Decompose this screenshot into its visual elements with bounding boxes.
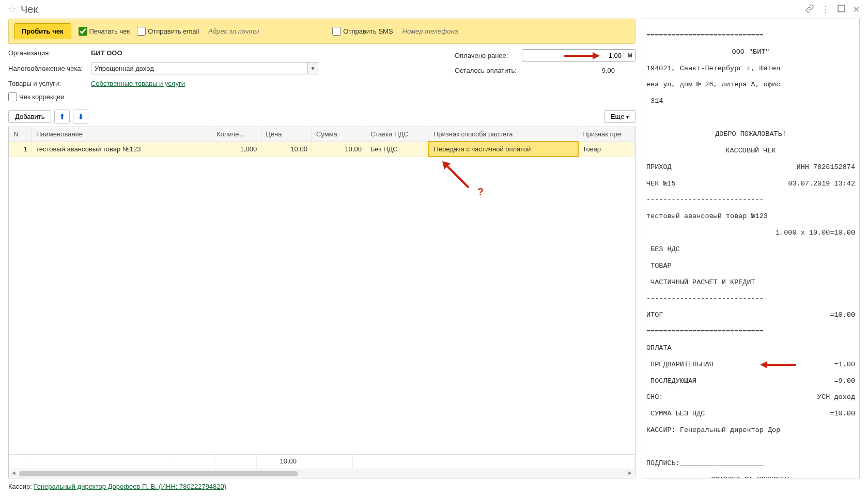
- col-calc-sign[interactable]: Признак способа расчета: [429, 127, 578, 142]
- calculator-icon[interactable]: 🖩: [625, 50, 635, 61]
- move-up-icon[interactable]: ⬆: [54, 110, 70, 123]
- scroll-left-icon[interactable]: ◄: [11, 470, 17, 476]
- table-row[interactable]: 1 тестовый авансовый товар №123 1,000 10…: [9, 142, 635, 157]
- print-check-label: Печатать чек: [89, 27, 130, 35]
- receipt-preview: ============================ ООО "БИТ" 1…: [642, 19, 860, 478]
- tax-select[interactable]: Упрощенная доход: [91, 62, 308, 74]
- col-subj-sign[interactable]: Признак пре: [578, 127, 635, 142]
- send-email-checkbox-wrap[interactable]: Отправить email: [137, 27, 199, 36]
- col-sum[interactable]: Сумма: [312, 127, 366, 142]
- svg-marker-6: [760, 361, 767, 368]
- titlebar: ☆ Чек ⋮ ✕: [0, 0, 868, 19]
- org-value: БИТ ООО: [91, 49, 122, 57]
- send-sms-checkbox-wrap[interactable]: Отправить SMS: [332, 27, 393, 36]
- svg-line-3: [446, 165, 469, 188]
- move-down-icon[interactable]: ⬇: [73, 110, 88, 123]
- correction-checkbox-wrap[interactable]: Чек коррекции: [8, 92, 65, 101]
- footer: Кассир: Генеральный директор Дорофеев П.…: [0, 478, 868, 494]
- favorite-star-icon[interactable]: ☆: [8, 4, 17, 15]
- annotation-arrow-icon: [564, 51, 600, 61]
- goods-label: Товары и услуги:: [8, 80, 91, 87]
- kebab-menu-icon[interactable]: ⋮: [822, 5, 830, 14]
- svg-marker-2: [593, 52, 600, 59]
- table-footer: 10,00: [9, 454, 635, 469]
- items-table: N Наименование Количе... Цена Сумма Став…: [8, 127, 636, 478]
- scroll-right-icon[interactable]: ►: [627, 470, 633, 476]
- tax-select-dropdown-icon[interactable]: ▼: [308, 62, 318, 74]
- remains-value: 9,00: [522, 67, 625, 74]
- send-email-label: Отправить email: [148, 27, 199, 35]
- col-vat[interactable]: Ставка НДС: [366, 127, 429, 142]
- action-bar: Пробить чек Печатать чек Отправить email…: [8, 19, 636, 44]
- left-pane: Пробить чек Печатать чек Отправить email…: [8, 19, 636, 478]
- phone-field: [400, 25, 519, 37]
- more-button[interactable]: Еще ▾: [604, 110, 636, 123]
- cell-n[interactable]: 1: [9, 142, 32, 157]
- cell-sum[interactable]: 10,00: [312, 142, 366, 157]
- chevron-down-icon: ▾: [626, 114, 629, 120]
- svg-rect-0: [838, 5, 845, 12]
- cell-name[interactable]: тестовый авансовый товар №123: [32, 142, 212, 157]
- col-n[interactable]: N: [9, 127, 32, 142]
- cashier-label: Кассир:: [8, 483, 32, 490]
- svg-marker-4: [442, 161, 451, 169]
- link-icon[interactable]: [805, 4, 814, 15]
- horizontal-scrollbar[interactable]: ◄ ►: [9, 469, 635, 478]
- cell-qty[interactable]: 1,000: [212, 142, 261, 157]
- cashier-link[interactable]: Генеральный директор Дорофеев П. В. (ИНН…: [34, 483, 227, 490]
- cell-calc-sign[interactable]: Передача с частичной оплатой: [429, 142, 578, 157]
- send-email-checkbox[interactable]: [137, 27, 146, 36]
- scrollbar-thumb[interactable]: [19, 471, 298, 476]
- print-check-checkbox[interactable]: [79, 27, 87, 36]
- maximize-icon[interactable]: [837, 4, 846, 15]
- correction-label: Чек коррекции: [19, 93, 65, 101]
- email-field: [206, 25, 325, 37]
- org-label: Организация:: [8, 49, 91, 57]
- cell-subj-sign[interactable]: Товар: [578, 142, 635, 157]
- close-icon[interactable]: ✕: [853, 5, 860, 14]
- col-qty[interactable]: Количе...: [212, 127, 261, 142]
- window-title: Чек: [21, 4, 805, 16]
- col-price[interactable]: Цена: [261, 127, 312, 142]
- paid-before-field-wrap: 🖩: [522, 49, 636, 61]
- annotation-question-mark: ?: [477, 186, 484, 198]
- annotation-arrow-icon: [440, 159, 471, 190]
- remains-label: Осталось оплатить:: [455, 67, 522, 74]
- cell-vat[interactable]: Без НДС: [366, 142, 429, 157]
- print-check-checkbox-wrap[interactable]: Печатать чек: [79, 27, 130, 36]
- paid-before-label: Оплачено ранее:: [455, 52, 522, 59]
- cell-price[interactable]: 10,00: [261, 142, 312, 157]
- tax-label: Налогообложение чека:: [8, 65, 91, 72]
- punch-check-button[interactable]: Пробить чек: [14, 23, 71, 39]
- list-toolbar: Добавить ⬆ ⬇ Еще ▾: [8, 110, 636, 123]
- correction-checkbox[interactable]: [8, 92, 17, 101]
- send-sms-label: Отправить SMS: [343, 27, 393, 35]
- goods-link[interactable]: Собственные товары и услуги: [91, 80, 185, 87]
- annotation-arrow-icon: [760, 361, 796, 369]
- add-button[interactable]: Добавить: [8, 110, 51, 123]
- send-sms-checkbox[interactable]: [332, 27, 341, 36]
- footer-sum: 10,00: [257, 455, 301, 469]
- col-name[interactable]: Наименование: [32, 127, 212, 142]
